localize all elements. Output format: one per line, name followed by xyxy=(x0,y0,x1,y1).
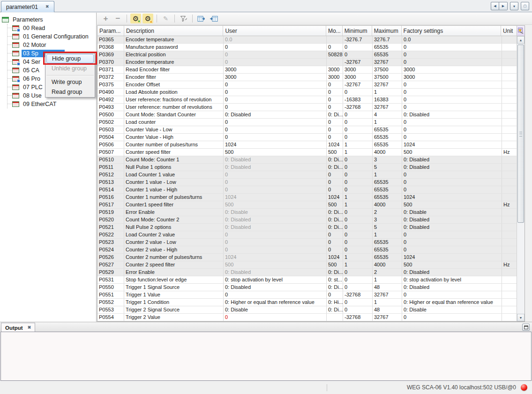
tree-item-01-general-configuration[interactable]: 01 General Configuration xyxy=(7,32,96,41)
cell-user[interactable]: 0: Disabled xyxy=(224,111,327,118)
table-row[interactable]: P0506Counter number of pulses/turns10241… xyxy=(97,141,525,149)
column-header-param[interactable]: Param... xyxy=(97,26,124,36)
menu-item-read-group[interactable]: Read group xyxy=(45,87,95,97)
table-row[interactable]: P0511Null Pulse 1 options0: Disabled0: D… xyxy=(97,164,525,171)
table-row[interactable]: P0523Counter 2 value - Low000655350 xyxy=(97,239,525,246)
table-row[interactable]: P0500Count Mode: Standart Counter0: Disa… xyxy=(97,111,525,119)
column-header-unit[interactable]: Unit xyxy=(501,26,517,36)
cell-user[interactable]: 500 xyxy=(224,201,327,208)
table-row[interactable]: P0520Count Mode: Counter 20: Disabled0: … xyxy=(97,216,525,224)
cell-user[interactable]: 0 xyxy=(224,179,327,186)
cell-user[interactable]: 0.0 xyxy=(224,36,327,43)
table-row[interactable]: P0490Load Absolute position00010 xyxy=(97,89,525,96)
remove-button[interactable]: − xyxy=(112,14,123,23)
table-row[interactable]: P0514Counter 1 value - High000655350 xyxy=(97,186,525,194)
cell-user[interactable]: 1024 xyxy=(224,141,327,148)
vertical-scrollbar[interactable]: ▲ ▼ xyxy=(517,36,525,321)
column-header-mo[interactable]: Mo... xyxy=(326,26,343,36)
table-row[interactable]: P0368Manufacture password000655350 xyxy=(97,44,525,51)
cell-user[interactable]: 500 xyxy=(224,149,327,156)
export-table-button[interactable] xyxy=(196,14,207,23)
tab-parameter01[interactable]: parameter01 ✖ xyxy=(1,1,54,12)
cell-user[interactable]: 3000 xyxy=(224,74,327,81)
cell-user[interactable]: 0 xyxy=(224,134,327,141)
filter-button[interactable] xyxy=(178,14,189,23)
tab-list-dropdown-button[interactable]: ▼ xyxy=(510,2,518,10)
cell-user[interactable]: 0: Disabled xyxy=(224,156,327,163)
column-header-factory-settings[interactable]: Factory settings xyxy=(402,26,502,36)
table-row[interactable]: P0517Counter1 speed filter50050014000500… xyxy=(97,201,525,209)
table-row[interactable]: P0512Load Counter 1 value00010 xyxy=(97,171,525,179)
cell-user[interactable]: 0 xyxy=(224,51,327,58)
table-row[interactable]: P0552Trigger 1 Condition0: Higher or equ… xyxy=(97,299,525,306)
menu-item-write-group[interactable]: Write group xyxy=(45,77,95,87)
output-maximize-button[interactable] xyxy=(522,324,530,331)
cell-user[interactable]: 0: stop activation by level xyxy=(224,276,327,283)
scrollbar-thumb[interactable] xyxy=(517,45,524,223)
cell-user[interactable]: 0 xyxy=(224,126,327,133)
menu-item-hide-group[interactable]: Hide group xyxy=(46,54,94,63)
table-row[interactable]: P0504Counter Value - High000655350 xyxy=(97,134,525,141)
table-row[interactable]: P0522Load Counter 2 value00010 xyxy=(97,231,525,239)
table-row[interactable]: P0372Encoder filter300030003000375003000 xyxy=(97,74,525,81)
cell-user[interactable]: 0 xyxy=(224,44,327,51)
table-row[interactable]: P0526Counter 2 number of pulses/turns102… xyxy=(97,254,525,261)
table-row[interactable]: P0502Load counter00010 xyxy=(97,119,525,126)
table-row[interactable]: P0507Counter speed filter50050014000500H… xyxy=(97,149,525,156)
table-row[interactable]: P0371Read Encoder filter3000300030003750… xyxy=(97,66,525,74)
cell-user[interactable]: 0 xyxy=(224,96,327,103)
cell-user[interactable]: 0 xyxy=(224,59,327,66)
close-icon[interactable]: ✖ xyxy=(28,326,31,330)
cell-user[interactable]: 0: Disabled xyxy=(224,284,327,291)
table-row[interactable]: P0503Counter Value - Low000655350 xyxy=(97,126,525,134)
cell-user[interactable]: 0 xyxy=(224,186,327,193)
cell-user[interactable]: 1024 xyxy=(224,254,327,261)
cell-user[interactable]: 500 xyxy=(224,261,327,268)
cell-user[interactable]: 0 xyxy=(224,239,327,246)
table-row[interactable]: P0529Error Enable0: Disabled0: Di...020:… xyxy=(97,269,525,276)
table-row[interactable]: P0531Stop function:level or edge0: stop … xyxy=(97,276,525,284)
scrollbar-down-button[interactable]: ▼ xyxy=(517,314,525,321)
tab-scroll-right-button[interactable]: ▶ xyxy=(499,2,508,10)
maximize-button[interactable]: ▢ xyxy=(521,2,529,10)
table-row[interactable]: P0524Counter 2 value - High000655350 xyxy=(97,246,525,254)
column-header-description[interactable]: Description xyxy=(124,26,224,36)
table-row[interactable]: P0510Count Mode: Counter 10: Disabled0: … xyxy=(97,156,525,164)
cell-user[interactable]: 3000 xyxy=(224,66,327,73)
table-row[interactable]: P0365Encoder temperature0.0-3276.73276.7… xyxy=(97,36,525,44)
close-icon[interactable]: ✖ xyxy=(45,5,49,9)
table-row[interactable]: P0553Trigger 2 Signal Source0: Disable0:… xyxy=(97,306,525,314)
cell-user[interactable]: 0 xyxy=(224,81,327,88)
cell-user[interactable]: 0 xyxy=(224,314,327,321)
table-row[interactable]: P0516Counter 1 number of pulses/turns102… xyxy=(97,194,525,201)
table-row[interactable]: P0554Trigger 2 Value0-32768327670 xyxy=(97,314,525,321)
edit-button[interactable]: ✎ xyxy=(160,14,171,23)
tab-scroll-left-button[interactable]: ◀ xyxy=(491,2,499,10)
add-button[interactable]: + xyxy=(100,14,111,23)
cell-user[interactable]: 0 xyxy=(224,104,327,111)
column-header-minimum[interactable]: Minimum xyxy=(343,26,372,36)
import-table-button[interactable] xyxy=(208,14,219,23)
cell-user[interactable]: 0 xyxy=(224,246,327,253)
tree-root-parameters[interactable]: Parameters xyxy=(2,15,96,24)
scrollbar-up-button[interactable]: ▲ xyxy=(517,36,525,44)
cell-user[interactable]: 0: Disable xyxy=(224,306,327,313)
cell-user[interactable]: 0 xyxy=(224,119,327,126)
table-row[interactable]: P0492User reference: fractions of revolu… xyxy=(97,96,525,104)
write-group-button[interactable]: ⚙▼ xyxy=(130,14,141,23)
tree-item-00-read[interactable]: 00 Read xyxy=(7,24,96,32)
column-customize-button[interactable] xyxy=(517,26,525,36)
cell-user[interactable]: 0 xyxy=(224,171,327,178)
table-row[interactable]: P0513Counter 1 value - Low000655350 xyxy=(97,179,525,186)
cell-user[interactable]: 0: Disabled xyxy=(224,216,327,223)
table-row[interactable]: P0370Encoder temperature0-32767327670 xyxy=(97,59,525,66)
cell-user[interactable]: 0: Disabled xyxy=(224,269,327,276)
column-header-maximum[interactable]: Maximum xyxy=(372,26,402,36)
tree-item-02-motor[interactable]: 02 Motor xyxy=(7,41,96,49)
table-row[interactable]: P0519Error Enable0: Disable0: Di...020: … xyxy=(97,209,525,216)
cell-user[interactable]: 0: Disable xyxy=(224,209,327,216)
table-row[interactable]: P0375Encoder Offset00-32767327670 xyxy=(97,81,525,89)
menu-item-unhide-group[interactable]: Unhide group xyxy=(45,64,95,74)
cell-user[interactable]: 0: Higher or equal than reference value xyxy=(224,299,327,306)
tab-output[interactable]: Output ✖ xyxy=(1,323,35,332)
